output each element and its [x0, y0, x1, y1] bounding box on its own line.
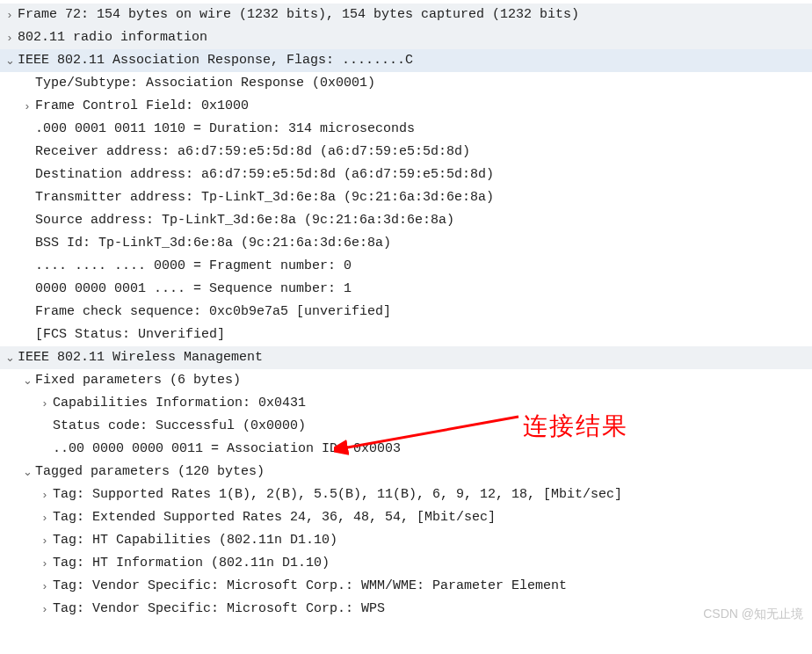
field-value: .000 0001 0011 1010 = Duration: 314 micr…: [33, 118, 415, 141]
field-value: Tag: Vendor Specific: Microsoft Corp.: W…: [51, 598, 385, 621]
tree-row-frame[interactable]: › Frame 72: 154 bytes on wire (1232 bits…: [0, 4, 812, 26]
field-value: Tag: Supported Rates 1(B), 2(B), 5.5(B),…: [51, 483, 622, 506]
collapse-icon[interactable]: ⌄: [21, 369, 33, 392]
tree-row-destination[interactable]: Destination address: a6:d7:59:e5:5d:8d (…: [0, 164, 812, 186]
tree-row-tagged-parameters[interactable]: ⌄ Tagged parameters (120 bytes): [0, 461, 812, 483]
field-value: 802.11 radio information: [16, 26, 207, 49]
tree-row-sequence[interactable]: 0000 0000 0001 .... = Sequence number: 1: [0, 278, 812, 301]
expand-icon[interactable]: ›: [39, 529, 51, 552]
tree-row-frame-control[interactable]: › Frame Control Field: 0x1000: [0, 95, 812, 118]
tree-row-tag-vendor-wps[interactable]: › Tag: Vendor Specific: Microsoft Corp.:…: [0, 598, 812, 621]
field-value: [FCS Status: Unverified]: [33, 323, 225, 346]
field-value: ..00 0000 0000 0011 = Association ID: 0x…: [51, 438, 401, 461]
expand-icon[interactable]: ›: [39, 575, 51, 598]
tree-row-type-subtype[interactable]: Type/Subtype: Association Response (0x00…: [0, 72, 812, 95]
field-value: IEEE 802.11 Association Response, Flags:…: [16, 49, 413, 72]
watermark: CSDN @知无止境: [703, 607, 803, 622]
field-value: Tagged parameters (120 bytes): [33, 461, 265, 483]
field-value: Tag: Vendor Specific: Microsoft Corp.: W…: [51, 575, 567, 598]
tree-row-fixed-parameters[interactable]: ⌄ Fixed parameters (6 bytes): [0, 369, 812, 392]
packet-details-tree: › Frame 72: 154 bytes on wire (1232 bits…: [0, 0, 812, 628]
tree-row-duration[interactable]: .000 0001 0011 1010 = Duration: 314 micr…: [0, 118, 812, 141]
field-value: Frame check sequence: 0xc0b9e7a5 [unveri…: [33, 301, 391, 323]
collapse-icon[interactable]: ⌄: [4, 49, 16, 72]
field-value: Frame Control Field: 0x1000: [33, 95, 249, 118]
field-value: Type/Subtype: Association Response (0x00…: [33, 72, 375, 95]
tree-row-status-code[interactable]: Status code: Successful (0x0000): [0, 415, 812, 438]
expand-icon[interactable]: ›: [39, 598, 51, 621]
tree-row-fcs[interactable]: Frame check sequence: 0xc0b9e7a5 [unveri…: [0, 301, 812, 323]
field-value: Destination address: a6:d7:59:e5:5d:8d (…: [33, 164, 494, 186]
field-value: Tag: HT Information (802.11n D1.10): [51, 552, 330, 575]
expand-icon[interactable]: ›: [4, 4, 16, 26]
field-value: Fixed parameters (6 bytes): [33, 369, 241, 392]
tree-row-tag-supported-rates[interactable]: › Tag: Supported Rates 1(B), 2(B), 5.5(B…: [0, 483, 812, 506]
expand-icon[interactable]: ›: [4, 26, 16, 49]
tree-row-radio[interactable]: › 802.11 radio information: [0, 26, 812, 49]
tree-row-transmitter[interactable]: Transmitter address: Tp-LinkT_3d:6e:8a (…: [0, 186, 812, 209]
tree-row-tag-ext-rates[interactable]: › Tag: Extended Supported Rates 24, 36, …: [0, 506, 812, 529]
tree-row-fragment[interactable]: .... .... .... 0000 = Fragment number: 0: [0, 255, 812, 278]
field-value: Receiver address: a6:d7:59:e5:5d:8d (a6:…: [33, 141, 470, 164]
tree-row-wireless-management[interactable]: ⌄ IEEE 802.11 Wireless Management: [0, 346, 812, 369]
expand-icon[interactable]: ›: [21, 95, 33, 118]
tree-row-tag-ht-info[interactable]: › Tag: HT Information (802.11n D1.10): [0, 552, 812, 575]
field-value: 0000 0000 0001 .... = Sequence number: 1: [33, 278, 352, 301]
expand-icon[interactable]: ›: [39, 506, 51, 529]
tree-row-capabilities[interactable]: › Capabilities Information: 0x0431: [0, 392, 812, 415]
field-value: Capabilities Information: 0x0431: [51, 392, 306, 415]
tree-row-receiver[interactable]: Receiver address: a6:d7:59:e5:5d:8d (a6:…: [0, 141, 812, 164]
expand-icon[interactable]: ›: [39, 483, 51, 506]
tree-row-source[interactable]: Source address: Tp-LinkT_3d:6e:8a (9c:21…: [0, 209, 812, 232]
tree-row-ieee-assoc-response[interactable]: ⌄ IEEE 802.11 Association Response, Flag…: [0, 49, 812, 72]
field-value: Status code: Successful (0x0000): [51, 415, 306, 438]
expand-icon[interactable]: ›: [39, 552, 51, 575]
collapse-icon[interactable]: ⌄: [4, 346, 16, 369]
expand-icon[interactable]: ›: [39, 392, 51, 415]
tree-row-fcs-status[interactable]: [FCS Status: Unverified]: [0, 323, 812, 346]
field-value: Tag: Extended Supported Rates 24, 36, 48…: [51, 506, 496, 529]
field-value: Source address: Tp-LinkT_3d:6e:8a (9c:21…: [33, 209, 454, 232]
field-value: Transmitter address: Tp-LinkT_3d:6e:8a (…: [33, 186, 494, 209]
collapse-icon[interactable]: ⌄: [21, 461, 33, 483]
tree-row-association-id[interactable]: ..00 0000 0000 0011 = Association ID: 0x…: [0, 438, 812, 461]
field-value: Tag: HT Capabilities (802.11n D1.10): [51, 529, 337, 552]
tree-row-tag-vendor-wmm[interactable]: › Tag: Vendor Specific: Microsoft Corp.:…: [0, 575, 812, 598]
field-value: .... .... .... 0000 = Fragment number: 0: [33, 255, 352, 278]
field-value: BSS Id: Tp-LinkT_3d:6e:8a (9c:21:6a:3d:6…: [33, 232, 391, 255]
field-value: Frame 72: 154 bytes on wire (1232 bits),…: [16, 4, 579, 26]
tree-row-tag-ht-cap[interactable]: › Tag: HT Capabilities (802.11n D1.10): [0, 529, 812, 552]
field-value: IEEE 802.11 Wireless Management: [16, 346, 263, 369]
tree-row-bssid[interactable]: BSS Id: Tp-LinkT_3d:6e:8a (9c:21:6a:3d:6…: [0, 232, 812, 255]
